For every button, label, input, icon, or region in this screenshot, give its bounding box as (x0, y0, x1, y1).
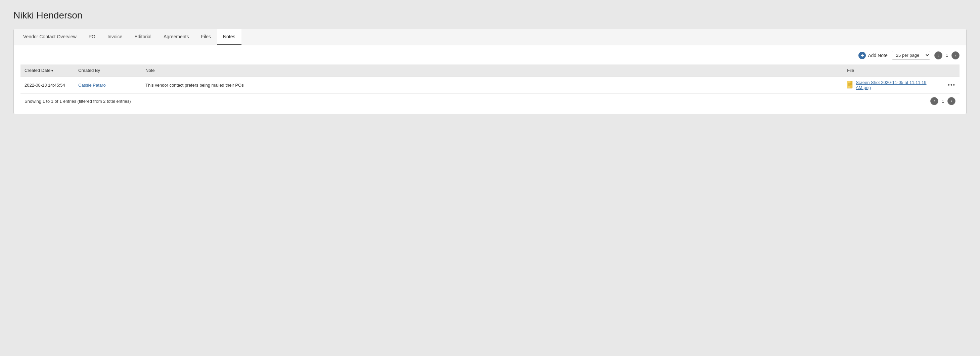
col-header-file: File (843, 65, 944, 76)
file-link-container: Screen Shot 2020-11-05 at 11.11.19 AM.pn… (847, 80, 940, 90)
pagination-controls: ‹ 1 › (934, 51, 959, 59)
showing-text: Showing 1 to 1 of 1 entries (filtered fr… (24, 99, 131, 104)
next-page-button[interactable]: › (951, 51, 959, 59)
plus-icon: + (858, 52, 866, 59)
svg-rect-3 (848, 84, 852, 85)
footer-pagination-controls: ‹ 1 › (930, 97, 956, 105)
footer-current-page-number: 1 (940, 99, 945, 104)
notes-table: Created Date▾ Created By Note File 2022-… (21, 65, 959, 94)
col-header-created-date[interactable]: Created Date▾ (21, 65, 74, 76)
tab-editorial[interactable]: Editorial (128, 29, 158, 45)
tab-po[interactable]: PO (83, 29, 102, 45)
tab-files[interactable]: Files (195, 29, 217, 45)
col-header-actions (944, 65, 959, 76)
tab-agreements[interactable]: Agreements (158, 29, 195, 45)
svg-marker-5 (851, 81, 853, 83)
page-title: Nikki Henderson (13, 10, 967, 21)
notes-tab-content: + Add Note 25 per page 50 per page 100 p… (14, 45, 966, 114)
cell-file: Screen Shot 2020-11-05 at 11.11.19 AM.pn… (843, 76, 944, 94)
col-header-note: Note (142, 65, 843, 76)
tab-bar: Vendor Contact Overview PO Invoice Edito… (14, 29, 966, 45)
add-note-label: Add Note (868, 53, 887, 58)
cell-note: This vendor contact prefers being mailed… (142, 76, 843, 94)
row-more-button[interactable]: ••• (948, 82, 956, 88)
cell-created-by: Cassie Pataro (74, 76, 142, 94)
main-card: Vendor Contact Overview PO Invoice Edito… (13, 29, 967, 114)
svg-rect-4 (848, 85, 850, 86)
tab-notes[interactable]: Notes (217, 29, 242, 45)
toolbar: + Add Note 25 per page 50 per page 100 p… (21, 51, 959, 60)
file-download-link[interactable]: Screen Shot 2020-11-05 at 11.11.19 AM.pn… (856, 80, 940, 90)
tab-vendor-contact-overview[interactable]: Vendor Contact Overview (17, 29, 83, 45)
tab-invoice[interactable]: Invoice (102, 29, 128, 45)
add-note-button[interactable]: + Add Note (858, 52, 887, 59)
current-page-number: 1 (944, 53, 950, 58)
sort-arrow-created-date: ▾ (51, 69, 53, 73)
created-by-link[interactable]: Cassie Pataro (78, 83, 106, 87)
per-page-select[interactable]: 25 per page 50 per page 100 per page (892, 51, 930, 60)
cell-created-date: 2022-08-18 14:45:54 (21, 76, 74, 94)
file-icon (847, 81, 854, 89)
footer-next-page-button[interactable]: › (947, 97, 956, 105)
table-row: 2022-08-18 14:45:54 Cassie Pataro This v… (21, 76, 959, 94)
prev-page-button[interactable]: ‹ (934, 51, 942, 59)
svg-rect-2 (848, 83, 852, 84)
cell-actions: ••• (944, 76, 959, 94)
col-header-created-by: Created By (74, 65, 142, 76)
footer-prev-page-button[interactable]: ‹ (930, 97, 939, 105)
table-header-row: Created Date▾ Created By Note File (21, 65, 959, 76)
table-footer: Showing 1 to 1 of 1 entries (filtered fr… (21, 94, 959, 108)
